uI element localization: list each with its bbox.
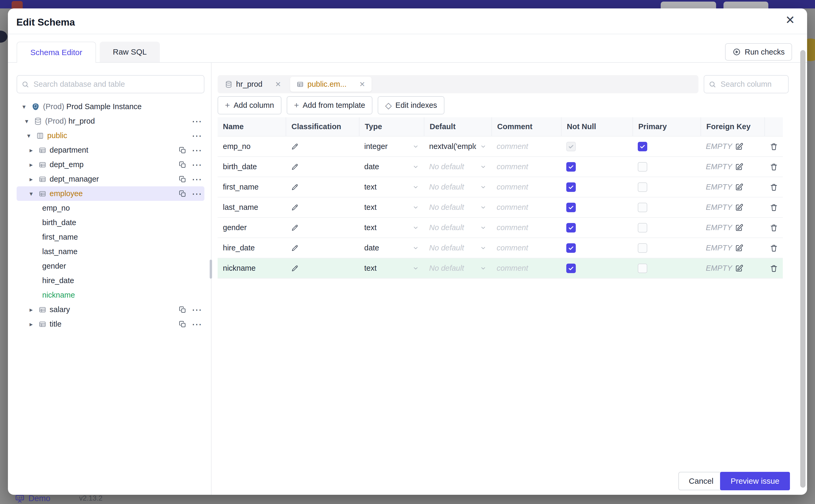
classification-cell[interactable] [286, 157, 359, 177]
classification-cell[interactable] [286, 197, 359, 217]
type-select[interactable]: date [359, 157, 424, 177]
tree-column-emp-no[interactable]: emp_no [17, 201, 204, 215]
type-select[interactable]: text [359, 177, 424, 197]
tree-item-employee[interactable]: ▾ employee ⋯ [17, 186, 204, 201]
primary-checkbox[interactable] [638, 182, 647, 192]
comment-input[interactable]: comment [492, 197, 561, 217]
add-from-template-button[interactable]: + Add from template [287, 96, 373, 114]
tree-column-nickname[interactable]: nickname [17, 288, 204, 302]
close-tab-icon[interactable]: ✕ [359, 80, 365, 89]
trash-icon[interactable] [770, 224, 778, 232]
edit-foreign-key-icon[interactable] [735, 264, 743, 273]
column-name[interactable]: nickname [218, 258, 286, 278]
edit-foreign-key-icon[interactable] [735, 244, 743, 252]
not-null-checkbox[interactable] [566, 203, 576, 212]
trash-icon[interactable] [770, 163, 778, 171]
edit-foreign-key-icon[interactable] [735, 142, 743, 151]
tab-raw-sql[interactable]: Raw SQL [100, 42, 160, 62]
type-select[interactable]: date [359, 238, 424, 258]
caret-right-icon[interactable]: ▸ [30, 321, 38, 328]
caret-down-icon[interactable]: ▾ [27, 132, 36, 139]
primary-checkbox[interactable] [638, 264, 647, 273]
primary-checkbox[interactable] [638, 203, 647, 212]
comment-input[interactable]: comment [492, 177, 561, 197]
type-select[interactable]: text [359, 258, 424, 278]
edit-foreign-key-icon[interactable] [735, 224, 743, 232]
type-select[interactable]: integer [359, 137, 424, 156]
tree-item-instance[interactable]: ▾ (Prod) Prod Sample Instance [17, 99, 204, 114]
copy-icon[interactable] [178, 175, 186, 183]
trash-icon[interactable] [770, 203, 778, 212]
caret-down-icon[interactable]: ▾ [25, 118, 34, 125]
tab-public-employee[interactable]: public.em... ✕ [290, 77, 371, 92]
demo-link[interactable]: Demo [15, 493, 50, 503]
comment-input[interactable]: comment [492, 218, 561, 238]
modal-scrollbar[interactable] [800, 50, 806, 488]
default-select[interactable]: No default [424, 157, 492, 177]
copy-icon[interactable] [178, 146, 186, 154]
default-select[interactable]: No default [424, 197, 492, 217]
default-select[interactable]: No default [424, 258, 492, 278]
run-checks-button[interactable]: Run checks [725, 43, 792, 61]
cancel-button[interactable]: Cancel [678, 472, 724, 490]
add-column-button[interactable]: + Add column [218, 96, 281, 114]
caret-down-icon[interactable]: ▾ [22, 103, 31, 110]
column-search-input[interactable] [704, 75, 789, 93]
classification-cell[interactable] [286, 258, 359, 278]
default-select[interactable]: No default [424, 238, 492, 258]
edit-foreign-key-icon[interactable] [735, 163, 743, 171]
default-select[interactable]: No default [424, 177, 492, 197]
not-null-checkbox[interactable] [566, 264, 576, 273]
trash-icon[interactable] [770, 264, 778, 273]
copy-icon[interactable] [178, 306, 186, 314]
caret-right-icon[interactable]: ▸ [30, 176, 38, 183]
column-name[interactable]: birth_date [218, 157, 286, 177]
caret-right-icon[interactable]: ▸ [30, 306, 38, 313]
trash-icon[interactable] [770, 244, 778, 252]
tree-column-first-name[interactable]: first_name [17, 230, 204, 244]
database-search-input[interactable] [17, 75, 204, 93]
comment-input[interactable]: comment [492, 238, 561, 258]
classification-cell[interactable] [286, 177, 359, 197]
classification-cell[interactable] [286, 238, 359, 258]
comment-input[interactable]: comment [492, 157, 561, 177]
close-tab-icon[interactable]: ✕ [275, 80, 281, 89]
close-icon[interactable]: ✕ [785, 14, 795, 26]
tree-item-hr-prod[interactable]: ▾ (Prod) hr_prod ⋯ [17, 114, 204, 128]
type-select[interactable]: text [359, 218, 424, 238]
panel-resize-handle[interactable] [210, 260, 212, 279]
not-null-checkbox[interactable] [566, 182, 576, 192]
column-name[interactable]: emp_no [218, 137, 286, 156]
caret-right-icon[interactable]: ▸ [30, 161, 38, 168]
tree-item-department[interactable]: ▸ department ⋯ [17, 143, 204, 157]
not-null-checkbox[interactable] [566, 162, 576, 172]
tree-item-dept-emp[interactable]: ▸ dept_emp ⋯ [17, 157, 204, 172]
copy-icon[interactable] [178, 190, 186, 198]
primary-checkbox[interactable] [638, 223, 647, 232]
comment-input[interactable]: comment [492, 137, 561, 156]
classification-cell[interactable] [286, 218, 359, 238]
not-null-checkbox[interactable] [566, 243, 576, 253]
edit-foreign-key-icon[interactable] [735, 203, 743, 212]
default-select[interactable]: No default [424, 218, 492, 238]
tree-column-birth-date[interactable]: birth_date [17, 215, 204, 230]
default-select[interactable]: nextval('employ [424, 137, 492, 156]
edit-indexes-button[interactable]: ◇ Edit indexes [378, 96, 445, 114]
tree-item-public[interactable]: ▾ public ⋯ [17, 128, 204, 143]
copy-icon[interactable] [178, 320, 186, 328]
column-name[interactable]: gender [218, 218, 286, 238]
tree-item-title[interactable]: ▸ title ⋯ [17, 317, 204, 331]
comment-input[interactable]: comment [492, 258, 561, 278]
caret-down-icon[interactable]: ▾ [30, 190, 38, 197]
column-name[interactable]: hire_date [218, 238, 286, 258]
type-select[interactable]: text [359, 197, 424, 217]
primary-checkbox[interactable] [638, 243, 647, 253]
primary-checkbox[interactable] [638, 142, 647, 151]
column-name[interactable]: last_name [218, 197, 286, 217]
primary-checkbox[interactable] [638, 162, 647, 172]
classification-cell[interactable] [286, 137, 359, 156]
column-name[interactable]: first_name [218, 177, 286, 197]
edit-foreign-key-icon[interactable] [735, 183, 743, 191]
tree-column-last-name[interactable]: last_name [17, 244, 204, 259]
trash-icon[interactable] [770, 183, 778, 191]
